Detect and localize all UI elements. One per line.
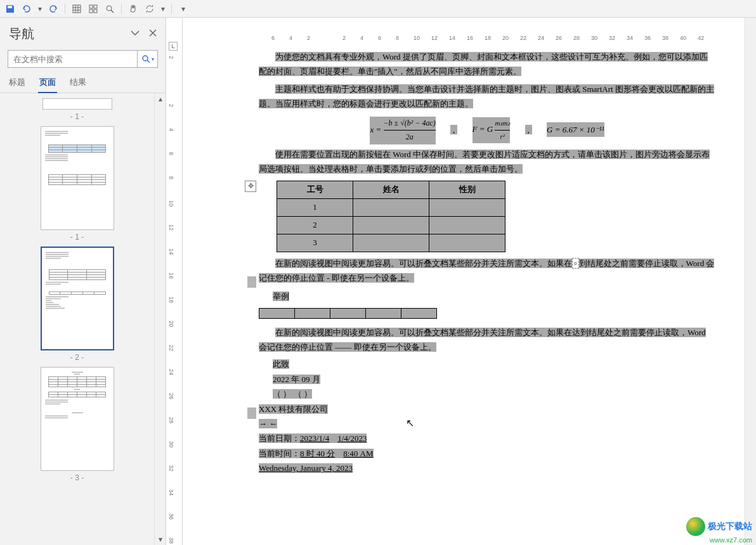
text-line: 2022 年 09 月 — [273, 372, 715, 387]
svg-point-9 — [107, 6, 112, 11]
cursor-icon: ↖ — [406, 414, 414, 433]
table-cell[interactable] — [259, 308, 295, 318]
paragraph: 在新的阅读视图中阅读更加容易。可以折叠文档某些部分并关注所需文本。如果在达到结尾… — [259, 325, 715, 355]
search-box: ▾ — [8, 50, 158, 68]
text-line: XXX 科技有限公司 — [259, 402, 715, 416]
vertical-ruler[interactable]: L 22468101214161820222426283032343638 — [166, 18, 183, 545]
paragraph: 主题和样式也有助于文档保持协调。当您单击设计并选择新的主题时，图片、图表或 Sm… — [259, 82, 715, 112]
paragraph: 举例 — [273, 289, 715, 304]
thumb-header[interactable] — [42, 98, 112, 110]
svg-rect-8 — [94, 10, 97, 13]
thumb-label: - 2 - — [8, 353, 147, 362]
separator — [121, 4, 122, 14]
table-cell[interactable] — [429, 198, 505, 216]
document-area: L 22468101214161820222426283032343638 64… — [166, 18, 756, 545]
table-cell[interactable] — [353, 234, 429, 252]
table-cell[interactable] — [429, 216, 505, 234]
chevron-down-icon[interactable] — [130, 29, 140, 39]
thumb-label: - 1 - — [8, 112, 147, 121]
nav-title: 导航 — [9, 25, 34, 42]
text-line: （ ） （ ） — [273, 387, 715, 401]
table-cell[interactable]: 3 — [277, 234, 353, 252]
overflow-icon[interactable]: ▾ — [177, 3, 190, 15]
svg-point-11 — [143, 56, 148, 61]
hand-icon[interactable] — [127, 3, 140, 15]
table-header[interactable]: 姓名 — [353, 181, 429, 198]
svg-rect-6 — [94, 5, 97, 8]
text-line: 此致 — [273, 357, 715, 371]
paragraph: 使用在需要位置出现的新按钮在 Word 中保存时间。若要更改图片适应文档的方式，… — [259, 147, 715, 177]
svg-rect-7 — [89, 10, 93, 13]
selection-marker — [247, 407, 256, 419]
table-icon[interactable] — [70, 3, 83, 15]
navigation-pane: 导航 ▾ 标题 页面 结果 - 1 - — [0, 18, 166, 545]
quick-access-toolbar: ▾ ▾ ▾ — [0, 0, 756, 18]
redo-icon[interactable] — [47, 3, 60, 15]
table-cell[interactable] — [401, 308, 437, 318]
globe-icon — [686, 517, 705, 536]
separator — [65, 4, 65, 14]
table-cell[interactable]: 2 — [277, 216, 353, 234]
text-line: Wednesday, January 4, 2023 — [259, 461, 715, 475]
save-icon[interactable] — [4, 3, 16, 15]
table-2[interactable] — [259, 308, 437, 319]
thumbnails: - 1 - ━━━━━━━━━━━━━━━━━━━━━━━━━━━━━━━━ ━… — [0, 93, 154, 545]
thumb-label: - 1 - — [8, 233, 147, 241]
svg-rect-0 — [73, 5, 81, 13]
table-cell[interactable] — [429, 234, 505, 252]
svg-rect-5 — [89, 5, 93, 8]
table-cell[interactable]: 1 — [277, 198, 353, 216]
undo-dropdown-icon[interactable]: ▾ — [37, 3, 43, 15]
doc-scrollbar[interactable] — [745, 18, 756, 545]
thumb-page-1[interactable]: ━━━━━━━━━━━━━━━━━━━━━━━━━━━━━━━━ ━━━━━━━… — [41, 126, 114, 230]
selection-marker — [247, 276, 256, 288]
watermark: 极光下载站 www.xz7.com — [686, 517, 752, 544]
table-cell[interactable] — [353, 198, 429, 216]
text-line: → ← — [259, 416, 715, 431]
tab-selector[interactable]: L — [169, 42, 178, 51]
grid-icon[interactable] — [87, 3, 100, 15]
paragraph: 在新的阅读视图中阅读更加容易。可以折叠文档某些部分并关注所需文本。如果在▫到结尾… — [259, 256, 715, 286]
separator — [171, 4, 172, 14]
thumb-page-3[interactable]: ━━━━━━━━━ ━━━ ━━━━━━━━━━━━━━━━━━━━━━━━━━… — [41, 367, 114, 471]
thumb-label: - 3 - — [8, 473, 147, 482]
table-1[interactable]: 工号姓名性别 1 2 3 — [277, 181, 505, 252]
tab-results[interactable]: 结果 — [68, 73, 88, 93]
tab-pages[interactable]: 页面 — [38, 73, 57, 93]
table-cell[interactable] — [366, 308, 401, 318]
svg-line-12 — [147, 60, 150, 63]
sync-icon[interactable] — [143, 3, 156, 15]
nav-scrollbar[interactable]: ▴ ▾ — [154, 93, 166, 545]
paragraph: 为使您的文档具有专业外观，Word 提供了页眉、页脚、封面和文本框设计，这些设计… — [259, 49, 715, 79]
zoom-icon[interactable] — [103, 3, 116, 15]
undo-icon[interactable] — [20, 3, 33, 15]
text-line: 当前时间：8 时 40 分 8:40 AM — [259, 446, 715, 461]
table-header[interactable]: 工号 — [277, 181, 353, 198]
nav-tabs: 标题 页面 结果 — [0, 73, 166, 93]
text-line: 当前日期：2023/1/4 1/4/2023 — [259, 431, 715, 446]
search-input[interactable] — [8, 54, 137, 64]
table-move-handle[interactable]: ✥ — [245, 181, 256, 192]
close-icon[interactable] — [149, 29, 157, 39]
document-page: 为使您的文档具有专业外观，Word 提供了页眉、页脚、封面和文本框设计，这些设计… — [259, 49, 715, 476]
table-cell[interactable] — [295, 308, 330, 318]
scroll-up-icon[interactable]: ▴ — [155, 93, 166, 105]
table-header[interactable]: 性别 — [429, 181, 505, 198]
sync-dropdown-icon[interactable]: ▾ — [160, 3, 166, 15]
formula-row: x = −b ± √(b² − 4ac)2a , F = G m₁m₂r² , … — [259, 114, 715, 147]
scroll-down-icon[interactable]: ▾ — [155, 534, 166, 545]
thumb-page-2[interactable]: ━━━━━━━━━━━━━━━━━━━━━━━━━━━━━━━━━━━━━━━━… — [41, 247, 114, 350]
svg-line-10 — [111, 10, 114, 13]
tab-headings[interactable]: 标题 — [8, 73, 27, 93]
search-icon[interactable]: ▾ — [137, 51, 157, 67]
table-cell[interactable] — [330, 308, 366, 318]
table-cell[interactable] — [353, 216, 429, 234]
